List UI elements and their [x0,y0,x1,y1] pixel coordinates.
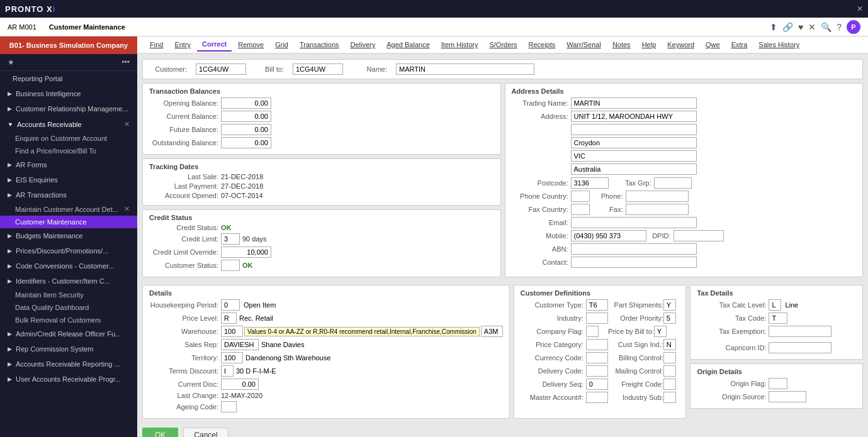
sidebar-item-eis[interactable]: ▶ EIS Enquiries [0,172,137,187]
sidebar-sub-find-price[interactable]: Find a Price/Invoice/Bill To [0,145,137,157]
dpid-input[interactable] [674,230,724,241]
opening-balance-input[interactable] [221,97,271,109]
tab-sorders[interactable]: S/Orders [484,38,522,51]
outstanding-balance-input[interactable] [221,137,271,148]
tab-find[interactable]: Find [145,38,168,51]
sidebar-sub-maintain-customer[interactable]: Maintain Customer Account Det... ✕ [0,202,137,216]
order-priority-input[interactable] [663,313,676,324]
territory-code-input[interactable] [221,352,243,363]
address4-input[interactable] [571,150,697,162]
ok-button[interactable]: OK [142,428,178,437]
address2-input[interactable] [571,124,697,135]
fax-input[interactable] [626,204,689,215]
abn-input[interactable] [571,243,697,255]
sidebar-item-ar[interactable]: ▼ Accounts Receivable ✕ [0,116,137,132]
sidebar-item-ar-forms[interactable]: ▶ AR Forms [0,157,137,172]
tab-notes[interactable]: Notes [607,38,636,51]
ageing-code-input[interactable] [221,401,237,412]
sidebar-sub-data-quality[interactable]: Data Quality Dashboard [0,301,137,314]
tax-exemption-input[interactable] [769,326,831,337]
mailing-control-input[interactable] [663,365,676,377]
warehouse-input[interactable] [221,326,243,337]
user-avatar[interactable]: P [847,20,860,34]
heart-icon[interactable]: ♥ [798,22,803,32]
freight-code-input[interactable] [663,379,676,390]
sidebar-more-icon[interactable]: ••• [121,58,130,67]
tab-extra[interactable]: Extra [726,38,753,51]
tab-transactions[interactable]: Transactions [295,38,344,51]
top-bar-close-icon[interactable]: ✕ [857,4,863,13]
sidebar-item-admin[interactable]: ▶ Admin/Credit Release Officer Fu... [0,326,137,341]
sidebar-item-ar-reporting[interactable]: ▶ Accounts Receivable Reporting ... [0,357,137,372]
address5-input[interactable] [571,163,697,175]
price-level-input[interactable] [221,313,237,324]
origin-flag-input[interactable] [769,378,787,389]
sidebar-sub-item-security[interactable]: Maintain Item Security [0,289,137,301]
tab-warr-serial[interactable]: Warr/Serial [561,38,606,51]
sidebar-item-rep-commission[interactable]: ▶ Rep Commission System [0,341,137,357]
phone-input[interactable] [626,191,689,202]
sidebar-sub-customer-maintenance[interactable]: Customer Maintenance [0,216,137,228]
sidebar-item-budgets[interactable]: ▶ Budgets Maintenance [0,228,137,243]
tab-sales-history[interactable]: Sales History [753,38,804,51]
current-balance-input[interactable] [221,111,271,122]
housekeeping-input[interactable] [221,299,240,311]
origin-source-input[interactable] [769,391,806,402]
tab-aged-balance[interactable]: Aged Balance [381,38,435,51]
currency-code-input[interactable] [586,352,608,363]
help-icon[interactable]: ? [837,22,842,32]
email-input[interactable] [571,217,697,228]
customer-status-checkbox[interactable] [221,260,240,271]
close-icon[interactable]: ✕ [808,22,816,32]
billing-control-input[interactable] [663,352,676,363]
customer-input[interactable] [196,64,246,75]
sidebar-item-user-ar[interactable]: ▶ User Accounts Receivable Progr... [0,372,137,387]
tab-help[interactable]: Help [637,38,662,51]
tab-qwe[interactable]: Qwe [701,38,725,51]
customer-type-input[interactable] [586,299,608,311]
tab-keyword[interactable]: Keyword [662,38,699,51]
favorites-star-icon[interactable]: ★ [8,58,14,67]
industry-input[interactable] [586,313,608,324]
postcode-input[interactable] [571,177,609,189]
tax-code-input[interactable] [769,313,787,324]
sidebar-item-ar-transactions[interactable]: ▶ AR Transactions [0,187,137,202]
company-flag-input[interactable] [586,326,599,337]
tab-entry[interactable]: Entry [169,38,196,51]
contact-input[interactable] [571,257,697,268]
sidebar-item-business-intelligence[interactable]: ▶ Business Intelligence [0,86,137,101]
sidebar-sub-enquire[interactable]: Enquire on Customer Account [0,132,137,145]
tab-receipts[interactable]: Receipts [523,38,560,51]
fax-country-input[interactable] [571,204,590,215]
address3-input[interactable] [571,137,697,148]
search-icon[interactable]: 🔍 [821,22,831,32]
tab-correct[interactable]: Correct [197,38,232,52]
tab-delivery[interactable]: Delivery [346,38,381,51]
warehouse2-input[interactable] [481,326,503,337]
credit-limit-input[interactable] [221,233,240,245]
industry-sub-input[interactable] [663,392,676,403]
cust-sign-ind-input[interactable] [663,339,676,350]
sidebar-sub-bulk-removal[interactable]: Bulk Removal of Customers [0,314,137,326]
delivery-code-input[interactable] [586,365,608,377]
name-input[interactable] [396,64,534,75]
tab-remove[interactable]: Remove [233,38,269,51]
part-shipments-input[interactable] [663,299,676,311]
tab-item-history[interactable]: Item History [436,38,483,51]
delivery-seq-input[interactable] [586,379,608,390]
current-disc-input[interactable] [221,379,259,390]
sidebar-item-reporting-portal[interactable]: Reporting Portal [0,71,137,86]
sidebar-item-identifiers[interactable]: ▶ Identifiers - Customer/Item C... [0,274,137,289]
sales-rep-code-input[interactable] [221,339,259,350]
upload-icon[interactable]: ⬆ [770,22,777,32]
ar-close-icon[interactable]: ✕ [124,120,130,128]
tax-grp-input[interactable] [654,177,692,189]
mobile-input[interactable] [571,230,646,241]
tab-grid[interactable]: Grid [270,38,293,51]
billto-input[interactable] [293,64,343,75]
price-by-bill-input[interactable] [654,326,667,337]
future-balance-input[interactable] [221,124,271,135]
cancel-button[interactable]: Cancel [183,428,228,437]
trading-name-input[interactable] [571,97,697,109]
address1-input[interactable] [571,111,697,122]
